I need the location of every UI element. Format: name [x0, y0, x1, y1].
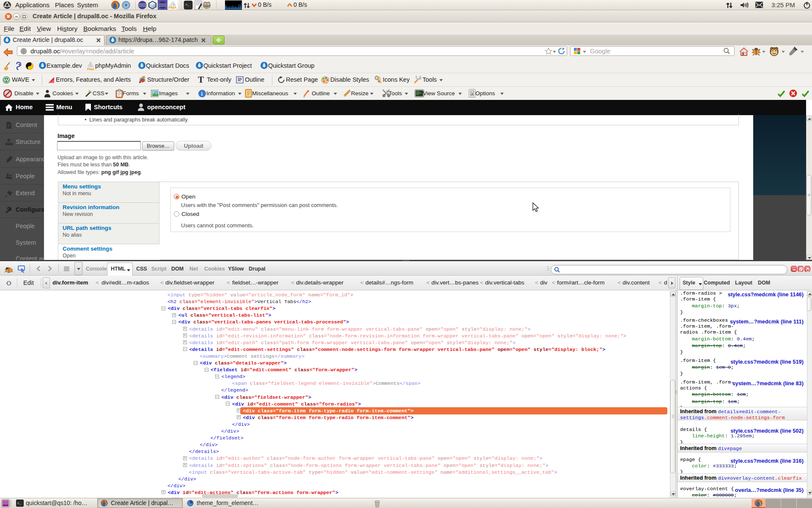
svg-text:PMA: PMA	[168, 6, 177, 10]
svg-text:i: i	[201, 91, 203, 97]
svg-text:>_: >_	[17, 501, 22, 505]
svg-text:>_: >_	[185, 3, 189, 6]
svg-text:1: 1	[143, 76, 145, 79]
svg-text:PMA: PMA	[87, 67, 94, 71]
